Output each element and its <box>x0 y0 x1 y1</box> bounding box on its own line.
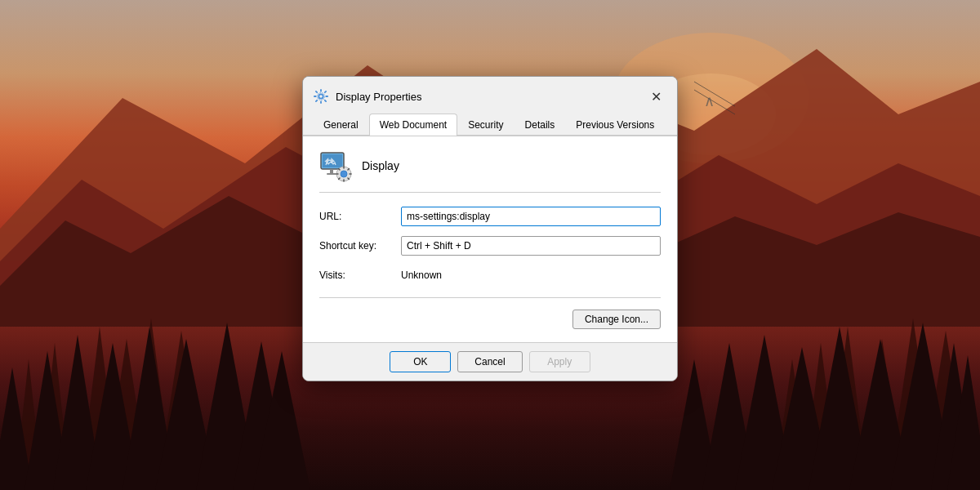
title-bar-left: Display Properties <box>313 88 422 105</box>
visits-value: Unknown <box>401 270 442 281</box>
dialog-footer: OK Cancel Apply <box>303 342 677 381</box>
url-input[interactable] <box>401 207 661 226</box>
tab-general[interactable]: General <box>313 114 369 136</box>
dialog-title: Display Properties <box>336 91 422 103</box>
url-label: URL: <box>319 211 401 222</box>
tab-web-document[interactable]: Web Document <box>369 114 457 136</box>
tab-security[interactable]: Security <box>457 114 514 136</box>
svg-point-39 <box>318 94 323 98</box>
apply-button[interactable]: Apply <box>529 351 590 372</box>
ok-button[interactable]: OK <box>390 351 451 372</box>
cancel-button[interactable]: Cancel <box>457 351 522 372</box>
tab-bar: General Web Document Security Details Pr… <box>303 108 677 136</box>
url-row: URL: <box>319 206 661 227</box>
section-header: Display <box>319 149 661 193</box>
form-divider <box>319 297 661 298</box>
svg-rect-44 <box>327 173 336 175</box>
shortcut-row: Shortcut key: <box>319 235 661 256</box>
dialog-wrapper: Display Properties ✕ General Web Documen… <box>0 0 980 490</box>
title-bar: Display Properties ✕ <box>303 77 677 108</box>
tab-details[interactable]: Details <box>514 114 566 136</box>
shortcut-label: Shortcut key: <box>319 240 401 252</box>
close-button[interactable]: ✕ <box>644 85 667 108</box>
section-icon <box>319 149 352 182</box>
dialog-title-icon <box>313 88 329 105</box>
visits-row: Visits: Unknown <box>319 265 661 286</box>
display-properties-dialog: Display Properties ✕ General Web Documen… <box>302 76 678 381</box>
change-icon-button[interactable]: Change Icon... <box>572 310 661 329</box>
visits-label: Visits: <box>319 270 401 281</box>
section-title: Display <box>362 159 399 172</box>
svg-rect-43 <box>330 169 333 173</box>
tab-previous-versions[interactable]: Previous Versions <box>565 114 665 136</box>
dialog-body: Display URL: Shortcut key: Visits: Unkno… <box>303 136 677 342</box>
change-icon-row: Change Icon... <box>319 310 661 329</box>
shortcut-input[interactable] <box>401 236 661 256</box>
svg-point-46 <box>341 171 347 177</box>
